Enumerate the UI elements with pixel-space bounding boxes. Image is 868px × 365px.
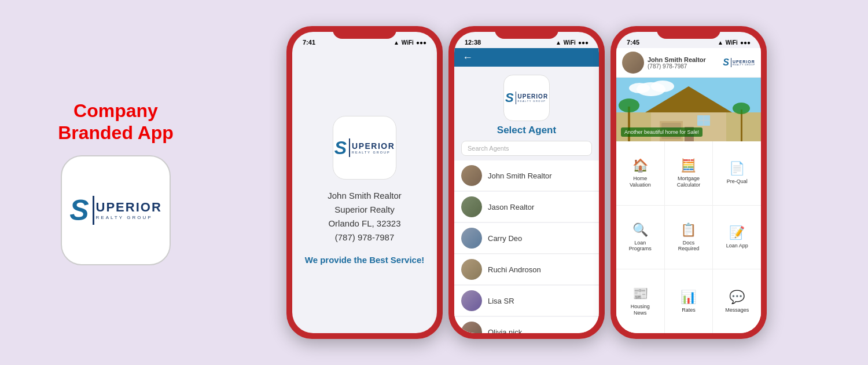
agent-name-5: Lisa SR	[488, 297, 514, 305]
phone2-inner: 12:38 ▲WiFi●●● ← S UPERI	[454, 32, 599, 333]
icon-loan-app[interactable]: 📝 Loan App	[713, 206, 761, 269]
agent-avatar-4	[461, 259, 482, 280]
svg-point-2	[651, 81, 674, 92]
page-container: Company Branded App S UPERIOR REALTY GRO…	[0, 0, 868, 365]
icon-mortgage-calculator[interactable]: 🧮 MortgageCalculator	[665, 141, 713, 205]
phone3-status-icons: ▲WiFi●●●	[718, 39, 751, 46]
pre-qual-icon: 📄	[729, 161, 745, 176]
phone1-inner: 7:41 ▲WiFi●●● S UPERIOR REALTY GROUP	[292, 32, 437, 333]
phone1-logo-s: S	[334, 138, 350, 157]
phone3-logo-s: S	[723, 58, 731, 67]
phone1-location: Orlando FL, 32323	[328, 217, 402, 231]
icon-rates[interactable]: 📊 Rates	[665, 269, 713, 333]
agent-name-1: John Smith Realtor	[488, 171, 552, 180]
svg-point-3	[629, 83, 650, 93]
icon-pre-qual[interactable]: 📄 Pre-Qual	[713, 141, 761, 205]
phone2-app-icon: S UPERIOR REALTY GROUP	[503, 75, 550, 121]
icon-messages[interactable]: 💬 Messages	[713, 269, 761, 333]
agent-name-3: Carry Deo	[488, 234, 522, 243]
agent-list: John Smith Realtor Jason Realtor Carry D…	[454, 160, 599, 333]
home-valuation-label: HomeValuation	[630, 176, 651, 188]
phone2-logo-sub: REALTY GROUP	[518, 100, 549, 103]
rates-icon: 📊	[681, 290, 696, 305]
agent-item-2[interactable]: Jason Realtor	[454, 192, 599, 222]
phone1-company: Superior Realty	[328, 203, 402, 217]
company-title: Company Branded App	[58, 100, 174, 144]
svg-rect-18	[741, 110, 742, 141]
agent-avatar-1	[461, 165, 482, 186]
mortgage-calculator-label: MortgageCalculator	[677, 176, 701, 188]
left-section: Company Branded App S UPERIOR REALTY GRO…	[23, 100, 208, 266]
phone1-logo-sub: REALTY GROUP	[352, 151, 395, 154]
phone3-header: John Smith Realtor (787) 978-7987 S UPER…	[616, 48, 761, 78]
phone3-logo-sub: REALTY GROUP	[733, 64, 755, 66]
phone3-content: John Smith Realtor (787) 978-7987 S UPER…	[616, 48, 761, 333]
phone2-logo-s: S	[505, 92, 516, 104]
phone1-splash-content: S UPERIOR REALTY GROUP John Smith Realto…	[292, 48, 437, 333]
phone1-notch	[333, 26, 396, 39]
agent-avatar-6	[461, 322, 482, 333]
mortgage-calculator-icon: 🧮	[681, 158, 696, 173]
phone3-notch	[657, 26, 720, 39]
logo-sub-text: REALTY GROUP	[96, 215, 162, 220]
phone-3: 7:45 ▲WiFi●●● John Smith Realtor (787) 9…	[610, 26, 767, 339]
phone2-notch	[495, 26, 558, 39]
phone3-logo: S UPERIOR REALTY GROUP	[723, 58, 755, 67]
house-banner-inner: Another beautiful home for Sale!	[616, 78, 761, 141]
messages-label: Messages	[725, 307, 749, 313]
phone-1: 7:41 ▲WiFi●●● S UPERIOR REALTY GROUP	[286, 26, 443, 339]
icon-housing-news[interactable]: 📰 HousingNews	[616, 269, 664, 333]
phones-container: 7:41 ▲WiFi●●● S UPERIOR REALTY GROUP	[208, 26, 845, 339]
svg-point-17	[619, 98, 639, 112]
phone2-status-icons: ▲WiFi●●●	[556, 39, 589, 46]
phone1-app-icon: S UPERIOR REALTY GROUP	[333, 116, 396, 180]
phone3-agent-phone: (787) 978-7987	[648, 63, 706, 70]
home-valuation-icon: 🏠	[632, 158, 648, 173]
phone3-agent-avatar	[622, 52, 644, 74]
phone2-back-arrow[interactable]: ←	[462, 52, 473, 64]
agent-item-4[interactable]: Ruchi Androson	[454, 254, 599, 285]
messages-icon: 💬	[729, 290, 745, 305]
logo-s-icon: S	[69, 196, 94, 225]
agent-item-6[interactable]: Olivia nick	[454, 317, 599, 333]
phone2-search-box[interactable]: Search Agents	[461, 141, 592, 156]
icon-loan-programs[interactable]: 🔍 LoanPrograms	[616, 206, 664, 269]
phone3-inner: 7:45 ▲WiFi●●● John Smith Realtor (787) 9…	[616, 32, 761, 333]
agent-avatar-5	[461, 290, 482, 311]
phone1-status-icons: ▲WiFi●●●	[393, 39, 426, 46]
agent-item-5[interactable]: Lisa SR	[454, 286, 599, 316]
agent-name-6: Olivia nick	[488, 328, 522, 334]
agent-name-2: Jason Realtor	[488, 203, 534, 211]
icon-home-valuation[interactable]: 🏠 HomeValuation	[616, 141, 664, 205]
loan-app-icon: 📝	[729, 225, 745, 240]
phone1-logo-main: UPERIOR	[352, 141, 395, 151]
pre-qual-label: Pre-Qual	[727, 178, 748, 185]
docs-required-icon: 📋	[681, 222, 696, 238]
phone2-time: 12:38	[465, 39, 481, 46]
rates-label: Rates	[682, 307, 696, 313]
phone2-logo-section: S UPERIOR REALTY GROUP Select Agent	[454, 67, 599, 141]
phone3-logo-main: UPERIOR	[733, 60, 755, 64]
icon-docs-required[interactable]: 📋 DocsRequired	[665, 206, 713, 269]
phone1-time: 7:41	[303, 39, 315, 46]
phone1-agent-info: John Smith Realtor Superior Realty Orlan…	[328, 189, 402, 244]
housing-news-label: HousingNews	[631, 304, 650, 316]
agent-item-3[interactable]: Carry Deo	[454, 223, 599, 254]
house-banner: Another beautiful home for Sale!	[616, 78, 761, 141]
phone-2: 12:38 ▲WiFi●●● ← S UPERI	[448, 26, 605, 339]
docs-required-label: DocsRequired	[678, 240, 700, 253]
phone3-time: 7:45	[627, 39, 639, 46]
agent-avatar-3	[461, 228, 482, 249]
phone3-icon-grid: 🏠 HomeValuation 🧮 MortgageCalculator 📄 P…	[616, 141, 761, 333]
agent-item-1[interactable]: John Smith Realtor	[454, 160, 599, 191]
logo-main-text: UPERIOR	[96, 201, 162, 214]
phone3-agent-info: John Smith Realtor (787) 978-7987	[622, 52, 706, 74]
phone1-agent-name: John Smith Realtor	[328, 189, 402, 203]
housing-news-icon: 📰	[632, 286, 648, 301]
select-agent-title: Select Agent	[497, 125, 556, 136]
agent-avatar-2	[461, 196, 482, 217]
loan-app-label: Loan App	[726, 243, 748, 249]
phone3-agent-details: John Smith Realtor (787) 978-7987	[648, 56, 706, 70]
svg-point-19	[733, 103, 750, 114]
agent-name-4: Ruchi Androson	[488, 265, 541, 274]
